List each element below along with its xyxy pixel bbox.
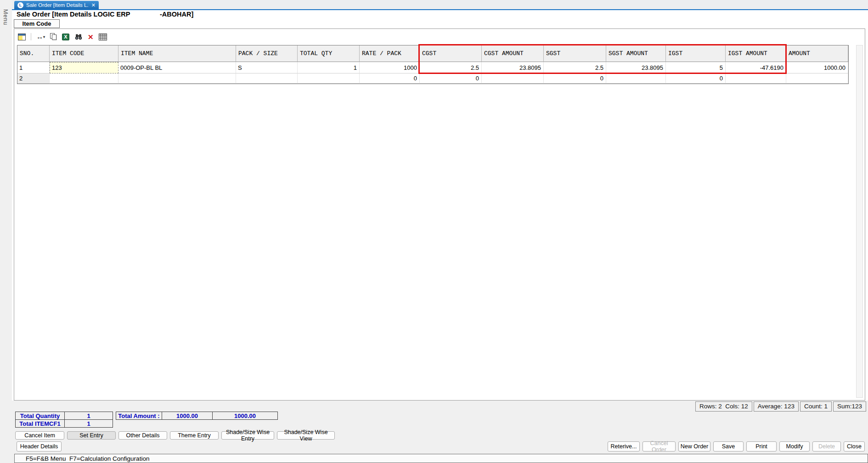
column-header-igst-amount[interactable]: IGST AMOUNT <box>726 45 786 62</box>
find-icon[interactable] <box>74 32 83 41</box>
cancel-order-button: Cancel Order <box>643 441 676 452</box>
app-window: Menu L Sale Order [Item Details L... ✕ S… <box>0 0 868 463</box>
status-chip-rows: Rows: 2 Cols: 12 <box>695 401 752 412</box>
status-chip-sum: Sum:123 <box>833 401 866 412</box>
cell-row2-sgst[interactable]: 0 <box>544 73 606 84</box>
column-header-rate-pack[interactable]: RATE / PACK <box>360 45 420 62</box>
copy-icon[interactable] <box>50 32 57 41</box>
title-row: Sale Order [Item Details LOGIC ERP -ABOH… <box>12 10 868 18</box>
cell-row1-total-qty[interactable]: 1 <box>298 62 360 73</box>
cell-row2-igst[interactable]: 0 <box>666 73 726 84</box>
cell-row1-igst-amount[interactable]: -47.6190 <box>726 62 786 73</box>
column-header-sgst-amount[interactable]: SGST AMOUNT <box>606 45 666 62</box>
cell-row2-sgst-amount[interactable] <box>606 73 666 84</box>
delete-button: Delete <box>812 441 841 452</box>
set-entry-button[interactable]: Set Entry <box>67 431 116 440</box>
tab-title: Sale Order [Item Details L... <box>26 2 89 8</box>
column-width-icon[interactable]: ↔▾ <box>36 32 45 41</box>
header-details-button[interactable]: Header Details <box>17 441 62 452</box>
total-amount-label: Total Amount : <box>116 412 162 420</box>
new-order-button[interactable]: New Order <box>678 441 710 452</box>
cell-row2-rate-pack[interactable]: 0 <box>360 73 420 84</box>
column-header-igst[interactable]: IGST <box>666 45 726 62</box>
cell-row1-item-code[interactable]: 123 <box>50 62 118 73</box>
total-amount-value-1: 1000.00 <box>162 412 213 420</box>
theme-entry-button[interactable]: Theme Entry <box>170 431 219 440</box>
print-button[interactable]: Print <box>746 441 777 452</box>
cancel-item-button[interactable]: Cancel Item <box>15 431 64 440</box>
column-header-sno[interactable]: SNO. <box>17 45 50 62</box>
cell-row2-cgst-amount[interactable] <box>482 73 544 84</box>
cell-row2-cgst[interactable]: 0 <box>420 73 482 84</box>
status-bar: F5=F&B Menu F7=Calculation Configuration <box>14 454 868 463</box>
grid-vertical-scrollbar[interactable] <box>856 45 863 398</box>
column-header-amount[interactable]: AMOUNT <box>786 45 848 62</box>
cell-row1-rate-pack[interactable]: 1000 <box>360 62 420 73</box>
menu-strip: Menu <box>0 0 12 463</box>
column-header-item-name[interactable]: ITEM NAME <box>118 45 236 62</box>
cell-row2-total-qty[interactable] <box>298 73 360 84</box>
save-button[interactable]: Save <box>713 441 744 452</box>
grid-status-chips: Rows: 2 Cols: 12Average: 123Count: 1Sum:… <box>695 401 866 412</box>
page-title: Sale Order [Item Details LOGIC ERP <box>17 11 130 18</box>
column-header-item-code[interactable]: ITEM CODE <box>50 45 118 62</box>
modify-button[interactable]: Modify <box>779 441 810 452</box>
total-itemcf1-label: Total ITEMCF1 <box>15 419 65 428</box>
cell-row1-sno[interactable]: 1 <box>17 62 50 73</box>
table-row: 11230009-OP-BL BLS110002.523.80952.523.8… <box>17 62 848 73</box>
column-header-cgst-amount[interactable]: CGST AMOUNT <box>482 45 544 62</box>
cell-row1-igst[interactable]: 5 <box>666 62 726 73</box>
column-header-total-qty[interactable]: TOTAL QTY <box>298 45 360 62</box>
column-header-pack-size[interactable]: PACK / SIZE <box>236 45 298 62</box>
form-view-icon[interactable] <box>18 32 26 41</box>
grid-panel: ↔▾X✕ SNO.ITEM CODEITEM NAMEPACK / SIZETO… <box>14 28 865 401</box>
tab-bar: L Sale Order [Item Details L... ✕ <box>12 0 868 9</box>
cell-row2-item-code[interactable] <box>50 73 118 84</box>
logic-erp-logo-icon: L <box>17 2 23 8</box>
order-action-buttons: Reterive...Cancel OrderNew OrderSavePrin… <box>608 441 865 452</box>
close-button[interactable]: Close <box>844 441 865 452</box>
cell-row1-pack-size[interactable]: S <box>236 62 298 73</box>
item-code-button[interactable]: Item Code <box>14 19 60 28</box>
shade-size-wise-view-button[interactable]: Shade/Size Wise View <box>277 431 335 440</box>
cell-row1-sgst-amount[interactable]: 23.8095 <box>606 62 666 73</box>
cell-row1-sgst[interactable]: 2.5 <box>544 62 606 73</box>
status-chip-count: Count: 1 <box>800 401 832 412</box>
total-quantity-label: Total Quantity <box>15 412 65 420</box>
status-bar-text: F5=F&B Menu F7=Calculation Configuration <box>26 455 149 462</box>
other-details-button[interactable]: Other Details <box>118 431 167 440</box>
menu-strip-label[interactable]: Menu <box>2 9 9 25</box>
cell-row2-amount[interactable] <box>786 73 848 84</box>
branch-label: -ABOHAR] <box>160 11 193 18</box>
cell-row2-igst-amount[interactable] <box>726 73 786 84</box>
table-grid-icon[interactable] <box>99 32 107 41</box>
table-row: 20000 <box>17 73 848 84</box>
items-grid: SNO.ITEM CODEITEM NAMEPACK / SIZETOTAL Q… <box>17 45 849 84</box>
item-action-buttons: Cancel ItemSet EntryOther DetailsTheme E… <box>15 431 335 440</box>
column-header-cgst[interactable]: CGST <box>420 45 482 62</box>
cell-row1-cgst-amount[interactable]: 23.8095 <box>482 62 544 73</box>
cell-row1-cgst[interactable]: 2.5 <box>420 62 482 73</box>
toolbar-separator <box>31 33 31 40</box>
grid-toolbar: ↔▾X✕ <box>18 30 107 43</box>
cell-row1-item-name[interactable]: 0009-OP-BL BL <box>118 62 236 73</box>
reterive-button[interactable]: Reterive... <box>608 441 640 452</box>
total-amount-value-2: 1000.00 <box>212 412 278 420</box>
status-chip-average: Average: 123 <box>754 401 799 412</box>
cell-row2-item-name[interactable] <box>118 73 236 84</box>
delete-row-icon[interactable]: ✕ <box>88 32 94 41</box>
export-excel-icon[interactable]: X <box>62 32 69 41</box>
column-header-sgst[interactable]: SGST <box>544 45 606 62</box>
cell-row2-sno[interactable]: 2 <box>17 73 50 84</box>
tab-sale-order-item-details[interactable]: L Sale Order [Item Details L... ✕ <box>14 1 99 9</box>
total-quantity-value: 1 <box>64 412 113 420</box>
tab-close-icon[interactable]: ✕ <box>91 2 96 8</box>
cell-row2-pack-size[interactable] <box>236 73 298 84</box>
shade-size-wise-entry-button[interactable]: Shade/Size Wise Entry <box>221 431 274 440</box>
total-itemcf1-value: 1 <box>64 419 113 428</box>
cell-row1-amount[interactable]: 1000.00 <box>786 62 848 73</box>
